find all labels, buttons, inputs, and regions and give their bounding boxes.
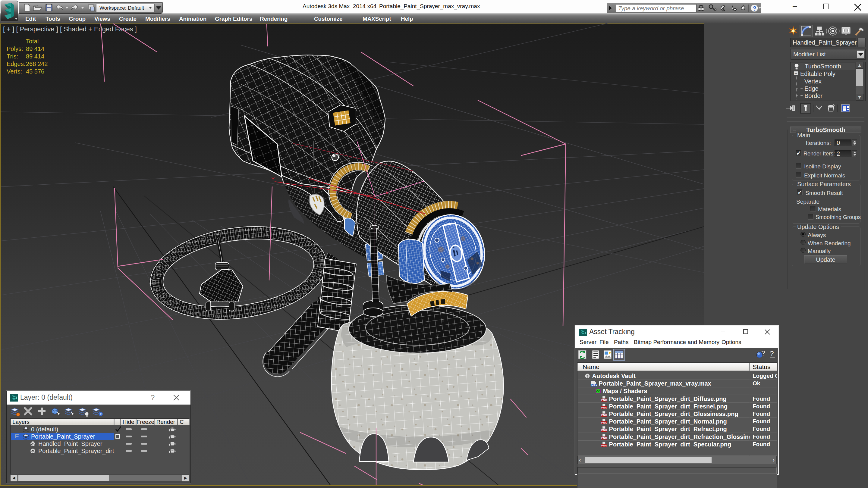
svg-text:?: ?: [761, 349, 766, 357]
svg-text:PNG: PNG: [601, 436, 607, 440]
svg-text:PNG: PNG: [601, 414, 607, 417]
svg-text:PNG: PNG: [601, 444, 607, 447]
svg-text:PNG: PNG: [601, 429, 607, 432]
svg-text:PNG: PNG: [601, 398, 607, 401]
svg-text:Y: Y: [271, 176, 275, 182]
svg-text:?: ?: [770, 349, 774, 358]
svg-text:MAX: MAX: [591, 384, 597, 387]
svg-text:x: x: [386, 190, 389, 195]
svg-text:PNG: PNG: [601, 421, 607, 424]
svg-text:PNG: PNG: [601, 406, 607, 409]
